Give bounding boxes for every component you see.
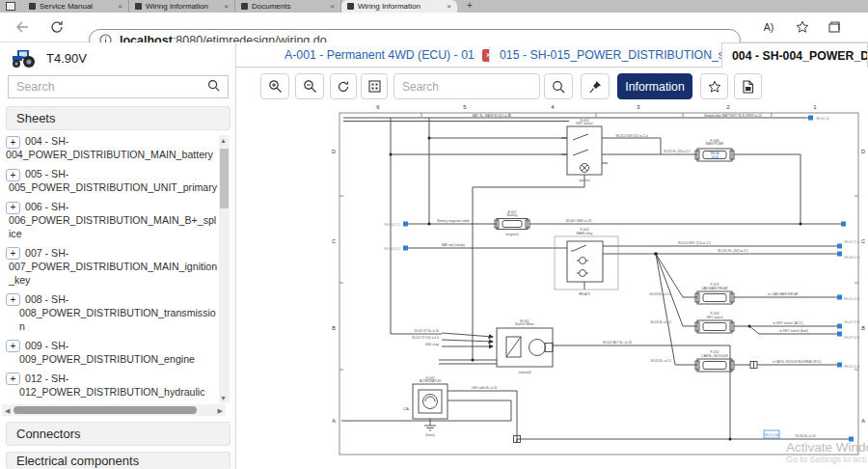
battery-cable-component[interactable] <box>495 219 529 230</box>
fuse-f014[interactable] <box>695 320 734 333</box>
vscroll-thumb[interactable] <box>220 149 229 208</box>
sheet-item-004[interactable]: +004 - SH- 004_POWER_DISTRIBUTION_MAIN_b… <box>0 131 220 164</box>
search-icon[interactable] <box>200 78 228 96</box>
sheet-code: 007 - SH- <box>25 247 68 259</box>
svg-text:C: C <box>861 238 865 244</box>
tab-close-icon[interactable]: × <box>447 2 451 11</box>
sheet-item-006[interactable]: +006 - SH- 006_POWER_DISTRIBUTION_MAIN_B… <box>0 197 220 243</box>
vertical-scrollbar[interactable]: ▲ ▼ <box>219 135 230 403</box>
doc-tab-a001[interactable]: A-001 - Permanent 4WD (ECU) - 01 × <box>275 42 490 68</box>
watermark-line2: Go to Settings to acti <box>786 455 868 464</box>
expand-plus-icon[interactable]: + <box>6 293 20 306</box>
svg-text:B: B <box>861 325 865 331</box>
page-favicon <box>29 3 36 10</box>
tab-close-icon[interactable]: × <box>224 2 229 11</box>
favorites-star-icon[interactable] <box>794 18 811 36</box>
pin-button[interactable] <box>581 73 610 99</box>
sheet-frame <box>339 113 858 455</box>
new-tab-icon[interactable]: + <box>467 0 473 13</box>
sheet-item-013[interactable]: +013 - SH- 013_POWER_DISTRIBUTION_implem… <box>0 400 220 403</box>
expand-plus-icon[interactable]: + <box>6 136 20 149</box>
browser-tab-documents[interactable]: Documents × <box>235 0 341 13</box>
expand-plus-icon[interactable]: + <box>6 247 20 260</box>
star-icon <box>708 80 721 94</box>
alternator-component[interactable] <box>413 384 448 430</box>
back-arrow-icon[interactable] <box>14 18 31 36</box>
svg-text:W-015 B+ w-1.0: W-015 B+ w-1.0 <box>650 320 671 324</box>
zoom-out-button[interactable] <box>295 73 324 99</box>
svg-text:KEY switch: KEY switch <box>576 122 592 125</box>
scroll-right-icon[interactable]: ▶ <box>218 407 223 415</box>
svg-text:to CAB B+ MODULE BULKHEAD (ECU: to CAB B+ MODULE BULKHEAD (ECU) <box>773 360 821 364</box>
collections-icon[interactable] <box>826 18 843 36</box>
read-aloud-icon[interactable]: A) <box>760 18 777 36</box>
information-button[interactable]: Information <box>617 73 692 99</box>
sheet-item-005[interactable]: +005 - SH- 005_POWER_DISTRIBUTION_UNIT_p… <box>0 164 220 197</box>
document-export-icon <box>742 80 754 94</box>
sheet-item-008[interactable]: +008 - SH- 008_POWER_DISTRIBUTION_transm… <box>0 290 220 336</box>
windows-activation-watermark: Activate Windows Go to Settings to acti <box>786 440 868 464</box>
sheet-code: 009 - SH- <box>25 340 68 351</box>
pushpin-icon <box>589 80 602 94</box>
sheet-item-012[interactable]: +012 - SH- 012_POWER_DISTRIBUTION_hydrau… <box>0 369 220 401</box>
section-header-electrical-components[interactable]: Electrical components <box>6 452 231 469</box>
section-label: Sheets <box>16 111 55 125</box>
grid-icon <box>368 80 381 93</box>
browser-tab-wiring-information-active[interactable]: Wiring Information × <box>341 0 457 13</box>
favorite-button[interactable] <box>700 73 728 99</box>
svg-text:W-022 ALT B+ w-16: W-022 ALT B+ w-16 <box>603 341 632 345</box>
scroll-up-icon[interactable]: ▲ <box>220 137 227 144</box>
section-header-connectors[interactable]: Connectors <box>6 422 231 446</box>
ruler-numbers: 6 5 4 3 2 1 <box>376 104 817 110</box>
grid-view-button[interactable] <box>361 73 388 99</box>
sheet-item-007[interactable]: +007 - SH- 007_POWER_DISTRIBUTION_MAIN_i… <box>0 243 220 290</box>
section-header-sheets[interactable]: Sheets <box>6 106 231 130</box>
starter-motor-component[interactable] <box>497 328 553 367</box>
sheet-item-009[interactable]: +009 - SH- 009_POWER_DISTRIBUTION_engine <box>0 336 220 369</box>
zoom-in-button[interactable] <box>260 73 289 99</box>
key-switch-component[interactable] <box>561 126 608 175</box>
reset-view-button[interactable] <box>330 73 357 99</box>
svg-text:B: B <box>332 325 336 331</box>
sidebar-search-input[interactable] <box>9 80 200 94</box>
refresh-icon[interactable] <box>48 18 66 36</box>
svg-text:SH-001 (4): SH-001 (4) <box>816 117 829 121</box>
svg-text:SH-007 (1-C): SH-007 (1-C) <box>844 240 860 244</box>
sheet-link-markers[interactable] <box>403 116 854 442</box>
sidebar: T4.90V Sheets +004 - SH- 004_POWER_DISTR… <box>0 42 236 469</box>
horizontal-scrollbar[interactable]: ◀ ▶ <box>2 404 226 416</box>
diagram-search-button[interactable] <box>544 73 573 99</box>
sheet-name: 005_POWER_DISTRIBUTION_UNIT_primary <box>6 181 218 195</box>
export-document-button[interactable] <box>734 73 762 99</box>
document-tab-bar: A-001 - Permanent 4WD (ECU) - 01 × 015 -… <box>236 42 868 68</box>
vehicle-header: T4.90V <box>10 47 87 69</box>
sheet-name: 008_POWER_DISTRIBUTION_transmission <box>6 307 218 334</box>
doc-tab-015[interactable]: 015 - SH-015_POWER_DISTRIBUTION_su × <box>490 42 721 68</box>
tab-close-icon[interactable]: × <box>330 2 335 11</box>
sheet-name: 006_POWER_DISTRIBUTION_MAIN_B+_splice <box>6 214 218 241</box>
tab-close-icon[interactable]: × <box>118 2 122 11</box>
information-label: Information <box>625 80 685 94</box>
fuse-f015[interactable] <box>695 359 757 372</box>
wiring-schematic[interactable]: 6 5 4 3 2 1 D C B A D C B A <box>328 99 868 469</box>
page-favicon <box>347 3 354 10</box>
hscroll-thumb[interactable] <box>14 406 197 414</box>
doc-tab-004-active[interactable]: 004 - SH-004_POWER_DIST <box>721 42 868 68</box>
scroll-down-icon[interactable]: ▼ <box>220 395 227 401</box>
svg-text:(solenoid): (solenoid) <box>518 371 530 374</box>
svg-text:W-010 B+ (30) w-2.5: W-010 B+ (30) w-2.5 <box>718 249 747 253</box>
expand-plus-icon[interactable]: + <box>6 202 20 214</box>
svg-text:W-021 ST (50) w-1.0: W-021 ST (50) w-1.0 <box>412 336 439 340</box>
main-relay-component[interactable] <box>555 236 618 290</box>
svg-text:5: 5 <box>463 104 467 110</box>
row-letters: D C B A D C B A <box>332 149 865 424</box>
expand-plus-icon[interactable]: + <box>6 340 20 352</box>
expand-plus-icon[interactable]: + <box>6 372 20 385</box>
expand-plus-icon[interactable]: + <box>6 169 20 181</box>
browser-tab-wiring-information-1[interactable]: Wiring Information × <box>129 0 235 13</box>
svg-text:Bodybuilder BATTERY W-B-VIEW w: Bodybuilder BATTERY W-B-VIEW w-20 <box>704 114 762 118</box>
diagram-search-input[interactable] <box>393 73 540 99</box>
fuse-f013[interactable] <box>695 291 734 304</box>
browser-tab-service-manual[interactable]: Service Manual × <box>23 0 129 13</box>
scroll-left-icon[interactable]: ◀ <box>5 407 10 415</box>
